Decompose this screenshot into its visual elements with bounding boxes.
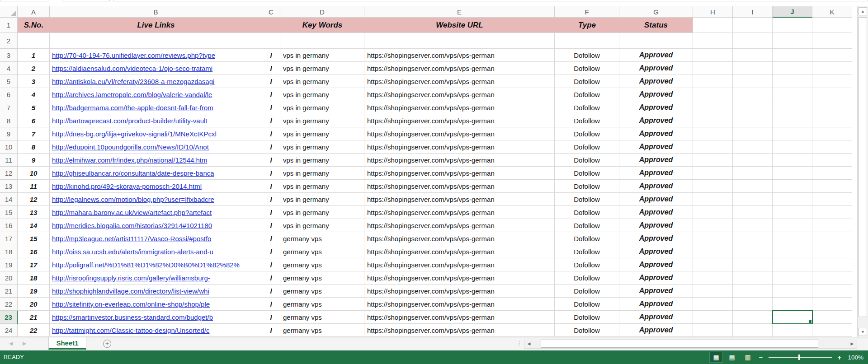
cell-A23[interactable]: 21: [18, 311, 50, 324]
cell-C15[interactable]: l: [262, 206, 280, 219]
vertical-scrollbar-thumb[interactable]: [859, 17, 867, 317]
cell-F15[interactable]: Dofollow: [555, 206, 619, 219]
cell-F1[interactable]: Type: [555, 18, 619, 33]
cell-D24[interactable]: germany vps: [280, 324, 364, 337]
cell-F19[interactable]: Dofollow: [555, 258, 619, 271]
row-header-1[interactable]: 1: [0, 18, 18, 33]
column-header-J[interactable]: J: [773, 6, 812, 18]
cell-H21[interactable]: [693, 285, 733, 298]
cell-K15[interactable]: [812, 206, 852, 219]
page-break-preview-icon[interactable]: ▥: [741, 352, 754, 362]
cell-D15[interactable]: vps in germany: [280, 206, 364, 219]
cell-D23[interactable]: germany vps: [280, 311, 364, 324]
cell-K10[interactable]: [812, 140, 852, 154]
cell-F13[interactable]: Dofollow: [555, 180, 619, 193]
cell-K18[interactable]: [812, 245, 852, 258]
cell-G5[interactable]: Approved: [619, 75, 693, 88]
column-header-D[interactable]: D: [280, 6, 364, 18]
cell-D21[interactable]: germany vps: [280, 285, 364, 298]
cell-A15[interactable]: 13: [18, 206, 50, 219]
cell-D20[interactable]: germany vps: [280, 271, 364, 285]
cell-D14[interactable]: vps in germany: [280, 193, 364, 206]
cell-A22[interactable]: 20: [18, 298, 50, 311]
cell-E19[interactable]: https://shopingserver.com/vps/vps-german: [364, 258, 555, 271]
cell-link-B10[interactable]: http://edupoint.10poundgorilla.com/News/…: [50, 140, 262, 154]
cell-link-B14[interactable]: http://legalnews.com/motion/blog.php?use…: [50, 193, 262, 206]
cell-A20[interactable]: 18: [18, 271, 50, 285]
scroll-down-icon[interactable]: ▼: [859, 328, 867, 336]
cell-C12[interactable]: l: [262, 167, 280, 180]
insert-function-box[interactable]: [62, 0, 110, 1]
cell-J12[interactable]: [773, 167, 812, 180]
cell-E2[interactable]: [364, 33, 555, 49]
cell-D2[interactable]: [280, 33, 364, 49]
cell-E5[interactable]: https://shopingserver.com/vps/vps-german: [364, 75, 555, 88]
cell-H18[interactable]: [693, 245, 733, 258]
cell-D6[interactable]: vps in germany: [280, 88, 364, 101]
cell-I7[interactable]: [733, 101, 773, 114]
zoom-level[interactable]: 100%: [846, 354, 863, 361]
cell-H9[interactable]: [693, 127, 733, 140]
cell-H23[interactable]: [693, 311, 733, 324]
cell-F2[interactable]: [555, 33, 619, 49]
cell-E15[interactable]: https://shopingserver.com/vps/vps-german: [364, 206, 555, 219]
cell-D7[interactable]: vps in germany: [280, 101, 364, 114]
cell-link-B19[interactable]: http://poligraff.net/%D1%81%D1%82%D0%B0%…: [50, 258, 262, 271]
cell-G23[interactable]: Approved: [619, 311, 693, 324]
cell-C19[interactable]: l: [262, 258, 280, 271]
row-header-18[interactable]: 18: [0, 245, 18, 258]
cell-C22[interactable]: l: [262, 298, 280, 311]
row-header-20[interactable]: 20: [0, 271, 18, 285]
row-header-14[interactable]: 14: [0, 193, 18, 206]
cell-D12[interactable]: vps in germany: [280, 167, 364, 180]
cell-C5[interactable]: l: [262, 75, 280, 88]
cell-F14[interactable]: Dofollow: [555, 193, 619, 206]
cell-K2[interactable]: [812, 33, 852, 49]
cell-D11[interactable]: vps in germany: [280, 154, 364, 167]
cell-H11[interactable]: [693, 154, 733, 167]
cell-J8[interactable]: [773, 114, 812, 127]
row-header-8[interactable]: 8: [0, 114, 18, 127]
cell-K13[interactable]: [812, 180, 852, 193]
row-header-19[interactable]: 19: [0, 258, 18, 271]
cell-E6[interactable]: https://shopingserver.com/vps/vps-german: [364, 88, 555, 101]
column-header-F[interactable]: F: [555, 6, 619, 18]
cell-link-B4[interactable]: https://aldiaensalud.com/videoteca-1/ojo…: [50, 62, 262, 75]
cell-F5[interactable]: Dofollow: [555, 75, 619, 88]
cell-G24[interactable]: Approved: [619, 324, 693, 337]
row-header-7[interactable]: 7: [0, 101, 18, 114]
cell-H12[interactable]: [693, 167, 733, 180]
cell-K24[interactable]: [812, 324, 852, 337]
row-header-4[interactable]: 4: [0, 62, 18, 75]
cell-E12[interactable]: https://shopingserver.com/vps/vps-german: [364, 167, 555, 180]
cell-A17[interactable]: 15: [18, 232, 50, 245]
row-header-22[interactable]: 22: [0, 298, 18, 311]
row-header-3[interactable]: 3: [0, 49, 18, 62]
cell-K1[interactable]: [812, 18, 852, 33]
cell-E23[interactable]: https://shopingserver.com/vps/vps-german: [364, 311, 555, 324]
cell-K21[interactable]: [812, 285, 852, 298]
cell-G19[interactable]: Approved: [619, 258, 693, 271]
cell-I10[interactable]: [733, 140, 773, 154]
cell-H4[interactable]: [693, 62, 733, 75]
name-box[interactable]: [0, 0, 48, 1]
cell-J2[interactable]: [773, 33, 812, 49]
cell-E16[interactable]: https://shopingserver.com/vps/vps-german: [364, 219, 555, 232]
cell-E24[interactable]: https://shopingserver.com/vps/vps-german: [364, 324, 555, 337]
cell-link-B9[interactable]: http://dnes-bg.org/ilija+grivekov-signal…: [50, 127, 262, 140]
horizontal-scrollbar-thumb[interactable]: [541, 340, 818, 348]
cell-J11[interactable]: [773, 154, 812, 167]
cell-E20[interactable]: https://shopingserver.com/vps/vps-german: [364, 271, 555, 285]
cell-G2[interactable]: [619, 33, 693, 49]
zoom-slider-thumb[interactable]: [798, 355, 800, 360]
cell-G12[interactable]: Approved: [619, 167, 693, 180]
cell-H3[interactable]: [693, 49, 733, 62]
cell-H8[interactable]: [693, 114, 733, 127]
cell-F11[interactable]: Dofollow: [555, 154, 619, 167]
cell-J6[interactable]: [773, 88, 812, 101]
cell-K14[interactable]: [812, 193, 852, 206]
scroll-right-icon[interactable]: ▶: [848, 339, 857, 348]
column-header-B[interactable]: B: [50, 6, 262, 18]
cell-J22[interactable]: [773, 298, 812, 311]
scroll-up-icon[interactable]: ▲: [859, 7, 867, 15]
